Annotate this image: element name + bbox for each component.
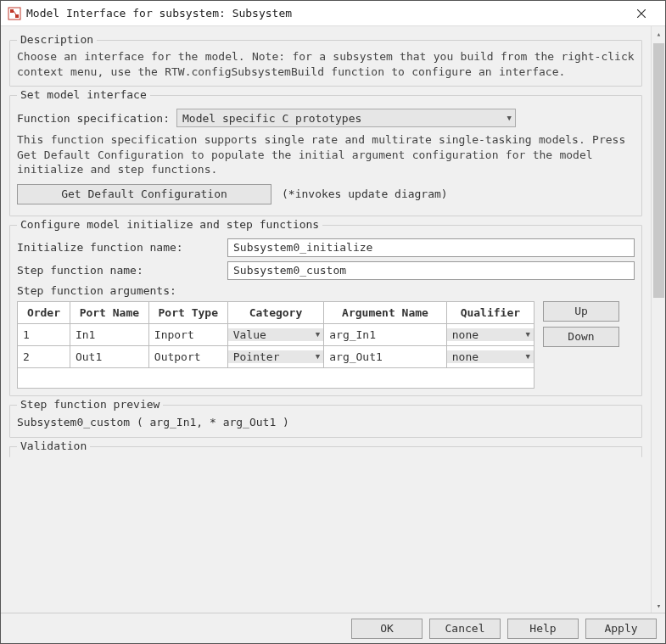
- configure-group: Configure model initialize and step func…: [9, 225, 642, 396]
- func-spec-value: Model specific C prototypes: [182, 112, 361, 125]
- app-icon: [8, 7, 21, 20]
- cell-port-type: Inport: [148, 323, 227, 345]
- step-args-label: Step function arguments:: [17, 284, 176, 297]
- cell-port-type: Outport: [148, 345, 227, 367]
- chevron-down-icon: ▼: [526, 352, 530, 361]
- col-port-type: Port Type: [148, 301, 227, 323]
- col-category: Category: [227, 301, 324, 323]
- validation-group: Validation: [9, 446, 642, 457]
- validation-legend: Validation: [17, 440, 90, 452]
- set-interface-group: Set model interface Function specificati…: [9, 95, 642, 216]
- dialog-footer: OK Cancel Help Apply: [1, 613, 665, 643]
- init-func-label: Initialize function name:: [17, 241, 221, 254]
- invoke-note: (*invokes update diagram): [282, 188, 448, 200]
- svg-rect-1: [10, 9, 14, 13]
- table-row[interactable]: 1 In1 Inport Value ▼ arg_In1: [18, 323, 534, 345]
- args-table[interactable]: Order Port Name Port Type Category Argum…: [17, 301, 534, 389]
- cell-arg-name[interactable]: arg_In1: [324, 323, 447, 345]
- titlebar: Model Interface for subsystem: Subsystem: [1, 1, 665, 26]
- dialog-content: Description Choose an interface for the …: [1, 26, 651, 613]
- cell-order: 2: [18, 345, 70, 367]
- preview-text: Subsystem0_custom ( arg_In1, * arg_Out1 …: [17, 414, 635, 430]
- func-spec-label: Function specification:: [17, 112, 170, 125]
- table-header-row: Order Port Name Port Type Category Argum…: [18, 301, 534, 323]
- scrollbar-thumb[interactable]: [653, 43, 664, 298]
- cell-port-name: Out1: [70, 345, 148, 367]
- preview-legend: Step function preview: [17, 398, 163, 411]
- apply-button[interactable]: Apply: [585, 619, 657, 639]
- table-empty-area: [18, 367, 534, 388]
- close-button[interactable]: [624, 2, 658, 25]
- get-default-config-button[interactable]: Get Default Configuration: [17, 184, 271, 204]
- cell-qualifier[interactable]: none ▼: [446, 323, 534, 345]
- dialog-window: Model Interface for subsystem: Subsystem…: [0, 0, 666, 644]
- cell-arg-name[interactable]: arg_Out1: [324, 345, 447, 367]
- vertical-scrollbar[interactable]: ▴ ▾: [651, 26, 665, 613]
- up-button[interactable]: Up: [543, 301, 619, 322]
- configure-legend: Configure model initialize and step func…: [17, 218, 322, 231]
- help-button[interactable]: Help: [507, 619, 579, 639]
- scroll-down-arrow-icon[interactable]: ▾: [652, 598, 665, 613]
- cell-category[interactable]: Value ▼: [227, 323, 324, 345]
- description-text: Choose an interface for the model. Note:…: [17, 49, 635, 79]
- cell-category[interactable]: Pointer ▼: [227, 345, 324, 367]
- col-port-name: Port Name: [70, 301, 148, 323]
- step-func-input[interactable]: [227, 261, 635, 280]
- func-spec-select[interactable]: Model specific C prototypes ▼: [176, 109, 516, 127]
- table-row[interactable]: 2 Out1 Outport Pointer ▼ arg_Out1: [18, 345, 534, 367]
- description-legend: Description: [17, 33, 97, 46]
- description-group: Description Choose an interface for the …: [9, 40, 642, 87]
- init-func-input[interactable]: [227, 238, 635, 257]
- reorder-buttons: Up Down: [543, 301, 619, 389]
- cell-qualifier[interactable]: none ▼: [446, 345, 534, 367]
- col-qualifier: Qualifier: [446, 301, 534, 323]
- cancel-button[interactable]: Cancel: [429, 619, 501, 639]
- cell-order: 1: [18, 323, 70, 345]
- chevron-down-icon: ▼: [507, 114, 512, 122]
- col-order: Order: [18, 301, 70, 323]
- window-title: Model Interface for subsystem: Subsystem: [26, 7, 624, 20]
- set-interface-info: This function specification supports sin…: [17, 132, 635, 177]
- cell-port-name: In1: [70, 323, 148, 345]
- close-icon: [637, 9, 646, 18]
- step-func-label: Step function name:: [17, 264, 221, 277]
- down-button[interactable]: Down: [543, 327, 619, 347]
- chevron-down-icon: ▼: [316, 352, 320, 361]
- ok-button[interactable]: OK: [351, 619, 423, 639]
- set-interface-legend: Set model interface: [17, 88, 150, 101]
- chevron-down-icon: ▼: [316, 330, 320, 339]
- preview-group: Step function preview Subsystem0_custom …: [9, 405, 642, 438]
- chevron-down-icon: ▼: [526, 330, 530, 339]
- scroll-up-arrow-icon[interactable]: ▴: [652, 26, 665, 41]
- col-arg-name: Argument Name: [324, 301, 447, 323]
